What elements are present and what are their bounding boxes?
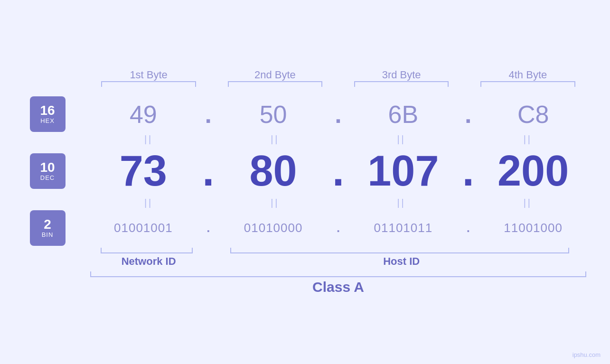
bin-val-3-cell: 01101011 <box>346 221 461 235</box>
hex-val-1: 49 <box>130 100 157 129</box>
hex-val-4: C8 <box>517 100 549 129</box>
dec-val-2-cell: 80 <box>216 147 331 196</box>
dec-base-number: 10 <box>40 161 55 174</box>
hex-val-3-cell: 6B <box>346 100 461 129</box>
bin-dot-icon-3: . <box>467 221 470 235</box>
host-bracket-container <box>208 248 591 253</box>
eq2-3: || <box>338 197 465 208</box>
network-bracket-container <box>85 248 208 253</box>
bracket-top-3 <box>354 81 449 87</box>
top-bracket-2 <box>212 81 338 87</box>
watermark: ipshu.com <box>572 351 601 358</box>
dec-dot-3: . <box>461 147 475 196</box>
bin-val-2-cell: 01010000 <box>216 221 331 235</box>
bracket-top-2 <box>228 81 323 87</box>
bin-val-4-cell: 11001000 <box>475 221 591 235</box>
dec-val-2: 80 <box>250 147 297 196</box>
top-bracket-4 <box>465 81 591 87</box>
dec-values-row: 73 . 80 . 107 . 200 <box>85 147 591 196</box>
byte-labels-row: 1st Byte 2nd Byte 3rd Byte 4th Byte <box>19 69 591 81</box>
bin-val-1-cell: 01001001 <box>85 221 201 235</box>
dec-label-container: 10 DEC <box>19 153 76 189</box>
eq2-2: || <box>212 197 338 208</box>
eq-4: || <box>465 134 591 145</box>
bin-dot-icon-2: . <box>337 221 340 235</box>
dec-val-1-cell: 73 <box>85 147 201 196</box>
eq2-sym-1: || <box>144 197 153 208</box>
eq-sym-1: || <box>144 134 153 145</box>
hex-dot-1: . <box>201 100 216 129</box>
dec-badge: 10 DEC <box>30 153 66 189</box>
dec-dot-1: . <box>201 147 216 196</box>
bin-dot-1: . <box>201 221 216 235</box>
class-bracket <box>90 271 586 277</box>
host-bracket <box>230 248 569 253</box>
dec-val-4-cell: 200 <box>475 147 591 196</box>
hex-base-number: 16 <box>40 104 55 117</box>
dec-dot-icon-2: . <box>332 147 344 196</box>
hex-dot-icon-3: . <box>465 100 471 129</box>
dec-dot-icon-1: . <box>202 147 214 196</box>
eq2-sym-2: || <box>271 197 279 208</box>
top-bracket-3 <box>338 81 465 87</box>
dec-dot-2: . <box>331 147 346 196</box>
byte-label-3: 3rd Byte <box>338 69 465 81</box>
bin-label-container: 2 BIN <box>19 210 76 246</box>
bin-values-row: 01001001 . 01010000 . 01101011 . 1100100… <box>85 221 591 235</box>
hex-dot-2: . <box>331 100 346 129</box>
bin-val-1: 01001001 <box>114 221 173 235</box>
hex-values-row: 49 . 50 . 6B . C8 <box>85 100 591 129</box>
eq-3: || <box>338 134 465 145</box>
hex-badge: 16 HEX <box>30 96 66 132</box>
eq-sym-3: || <box>397 134 405 145</box>
bracket-top-1 <box>101 81 196 87</box>
bin-val-2: 01010000 <box>244 221 303 235</box>
bracket-top-4 <box>480 81 575 87</box>
class-label: Class A <box>85 279 591 295</box>
dec-row: 10 DEC 73 . 80 . 107 . 200 <box>19 147 591 196</box>
main-container: 1st Byte 2nd Byte 3rd Byte 4th Byte 16 H… <box>0 0 610 364</box>
network-bracket <box>101 248 193 253</box>
equals-row-2: || || || || <box>19 197 591 208</box>
network-id-label: Network ID <box>85 255 212 268</box>
eq-sym-2: || <box>271 134 279 145</box>
hex-base-name: HEX <box>40 117 55 124</box>
bin-dot-icon-1: . <box>206 221 210 235</box>
eq2-sym-3: || <box>397 197 405 208</box>
bin-base-number: 2 <box>44 218 51 231</box>
host-id-label: Host ID <box>212 255 591 268</box>
eq2-1: || <box>85 197 212 208</box>
id-labels-row: Network ID Host ID <box>19 255 591 268</box>
equals-row-1: || || || || <box>19 134 591 145</box>
hex-val-2-cell: 50 <box>216 100 331 129</box>
byte-label-2: 2nd Byte <box>212 69 338 81</box>
bin-base-name: BIN <box>42 231 54 238</box>
hex-val-3: 6B <box>388 100 419 129</box>
bottom-brackets-row <box>19 248 591 253</box>
bin-dot-2: . <box>331 221 346 235</box>
byte-label-4: 4th Byte <box>465 69 591 81</box>
dec-val-3: 107 <box>367 147 439 196</box>
dec-val-4: 200 <box>497 147 569 196</box>
bin-row: 2 BIN 01001001 . 01010000 . 01101011 . <box>19 210 591 246</box>
byte-label-1: 1st Byte <box>85 69 212 81</box>
eq-2: || <box>212 134 338 145</box>
hex-val-1-cell: 49 <box>85 100 201 129</box>
dec-dot-icon-3: . <box>462 147 474 196</box>
hex-label-container: 16 HEX <box>19 96 76 132</box>
hex-val-4-cell: C8 <box>475 100 591 129</box>
bin-val-3: 01101011 <box>374 221 433 235</box>
eq2-4: || <box>465 197 591 208</box>
top-brackets-row <box>19 81 591 87</box>
bin-val-4: 11001000 <box>504 221 563 235</box>
top-bracket-1 <box>85 81 212 87</box>
hex-dot-3: . <box>461 100 475 129</box>
hex-dot-icon-2: . <box>335 100 341 129</box>
hex-val-2: 50 <box>260 100 287 129</box>
dec-val-1: 73 <box>120 147 167 196</box>
eq-sym-4: || <box>524 134 532 145</box>
bin-badge: 2 BIN <box>30 210 66 246</box>
dec-val-3-cell: 107 <box>346 147 461 196</box>
hex-dot-icon-1: . <box>205 100 212 129</box>
bin-dot-3: . <box>461 221 475 235</box>
